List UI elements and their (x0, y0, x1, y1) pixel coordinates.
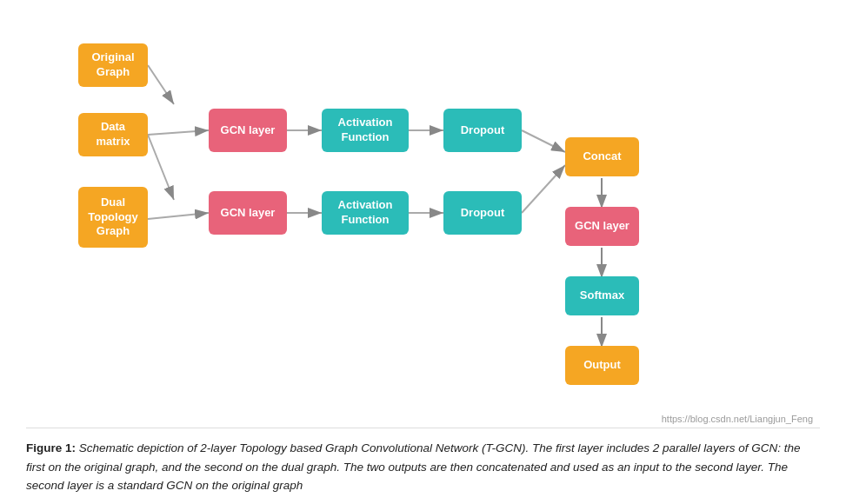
main-container: Original Graph Datamatrix DualTopologyGr… (0, 0, 846, 504)
gcn-layer-1-node: GCN layer (209, 109, 287, 152)
svg-line-9 (522, 130, 565, 152)
svg-line-3 (148, 135, 174, 200)
svg-line-4 (148, 213, 209, 219)
original-graph-node: Original Graph (78, 43, 148, 87)
svg-line-1 (148, 65, 174, 104)
watermark: https://blog.csdn.net/Liangjun_Feng (662, 414, 813, 424)
softmax-node: Softmax (565, 276, 639, 315)
gcn-layer-3-node: GCN layer (565, 207, 639, 246)
diagram-area: Original Graph Datamatrix DualTopologyGr… (26, 17, 820, 428)
dual-topology-graph-node: DualTopologyGraph (78, 187, 148, 248)
output-node: Output (565, 346, 639, 385)
activation-function-2-node: ActivationFunction (322, 191, 409, 235)
dropout-2-node: Dropout (443, 191, 522, 235)
figure-label: Figure 1: (26, 441, 76, 454)
svg-line-2 (148, 130, 209, 135)
activation-function-1-node: ActivationFunction (322, 109, 409, 152)
data-matrix-node: Datamatrix (78, 113, 148, 156)
caption-text: Schematic depiction of 2-layer Topology … (26, 441, 800, 492)
figure-caption: Figure 1: Schematic depiction of 2-layer… (26, 428, 820, 495)
dropout-1-node: Dropout (443, 109, 522, 152)
gcn-layer-2-node: GCN layer (209, 191, 287, 235)
svg-line-10 (522, 165, 565, 213)
concat-node: Concat (565, 137, 639, 176)
